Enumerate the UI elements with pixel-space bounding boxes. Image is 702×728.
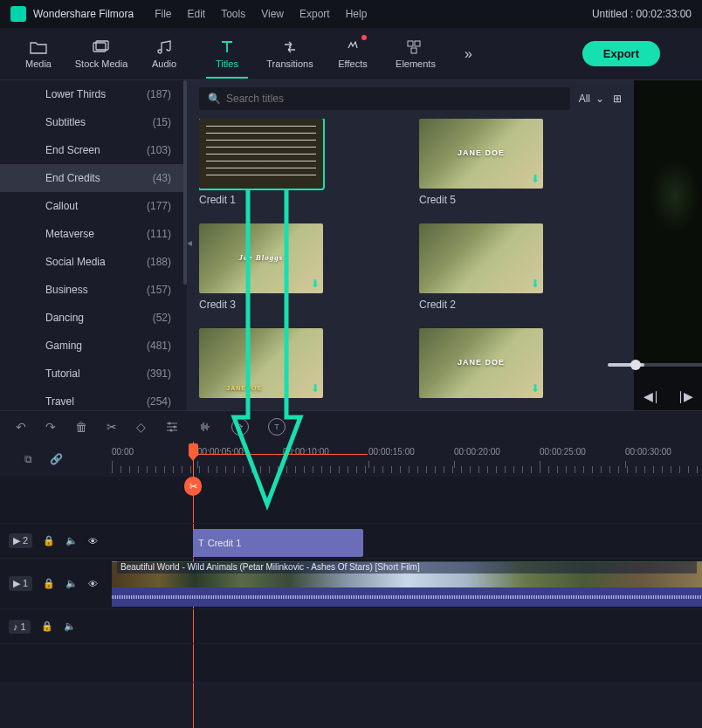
timeline-ruler-row: ⧉ 🔗 00:00 00:00:05:00 00:00:10:00 00:00:… (0, 442, 702, 477)
sidebar-item-dancing[interactable]: Dancing(52) (0, 304, 187, 332)
svg-point-6 (174, 425, 176, 428)
visibility-icon[interactable]: 👁 (88, 536, 98, 546)
video-clip[interactable]: Beautiful World - Wild Animals (Petar Mi… (112, 561, 702, 587)
more-tabs-button[interactable]: » (465, 46, 472, 62)
timeline-ruler[interactable]: 00:00 00:00:05:00 00:00:10:00 00:00:15:0… (112, 442, 702, 477)
sidebar-item-gaming[interactable]: Gaming(481) (0, 332, 187, 360)
tab-effects[interactable]: Effects (321, 30, 384, 79)
svg-point-7 (170, 429, 173, 431)
sidebar-item-business[interactable]: Business(157) (0, 276, 187, 304)
app-logo (10, 6, 26, 22)
thumb-image: Joe Bloggs⬇ (199, 223, 323, 293)
sidebar-item-subtitles[interactable]: Subtitles(15) (0, 108, 187, 136)
copy-button[interactable]: ⧉ (24, 453, 32, 465)
timeline-tracks: ▶ 2 🔒 🔈 👁 TCredit 1 ▶ 1 🔒 🔈 👁 Beautiful … (0, 477, 702, 683)
download-icon[interactable]: ⬇ (531, 278, 540, 290)
download-icon[interactable]: ⬇ (311, 278, 320, 290)
sidebar-item-callout[interactable]: Callout(177) (0, 192, 187, 220)
track-type-badge: ▶ 1 (9, 576, 32, 591)
ruler-ticks (112, 466, 702, 473)
link-button[interactable]: 🔗 (50, 453, 63, 465)
mute-icon[interactable]: 🔈 (65, 578, 78, 589)
tab-transitions[interactable]: Transitions (258, 30, 321, 79)
sidebar-item-metaverse[interactable]: Metaverse(111) (0, 220, 187, 248)
search-icon: 🔍 (208, 93, 221, 105)
thumb-credit-3[interactable]: Joe Bloggs⬇Credit 3 (199, 223, 402, 311)
audio-waveform[interactable] (112, 587, 702, 607)
marker-button[interactable]: T (268, 418, 286, 436)
volume-slider[interactable] (608, 363, 702, 367)
thumb-image (199, 119, 323, 189)
svg-rect-4 (411, 48, 416, 53)
track-video: ▶ 1 🔒 🔈 👁 Beautiful World - Wild Animals… (0, 559, 702, 609)
lock-icon[interactable]: 🔒 (41, 621, 53, 632)
grid-view-toggle[interactable]: ⊞ (613, 93, 622, 105)
titlebar: Wondershare Filmora File Edit Tools View… (0, 0, 702, 28)
svg-rect-3 (415, 41, 420, 46)
menu-export[interactable]: Export (299, 8, 330, 20)
tab-titles[interactable]: Titles (196, 30, 258, 79)
search-input[interactable] (226, 93, 561, 105)
menu-view[interactable]: View (261, 8, 284, 20)
menu-help[interactable]: Help (346, 8, 368, 20)
volume-slider-knob[interactable] (630, 360, 641, 370)
thumb-image: JANE DOE⬇ (419, 328, 543, 398)
lock-icon[interactable]: 🔒 (43, 578, 55, 589)
clip-credit-1[interactable]: TCredit 1 (193, 529, 363, 557)
mute-icon[interactable]: 🔈 (64, 621, 76, 632)
undo-button[interactable]: ↶ (16, 420, 26, 434)
menu-edit[interactable]: Edit (188, 8, 206, 20)
thumb-credit-4[interactable]: JANE DOE⬇Credit 4 (419, 328, 622, 403)
mute-icon[interactable]: 🔈 (65, 535, 78, 546)
track-type-badge: ♪ 1 (9, 620, 31, 634)
tab-stock-media[interactable]: Stock Media (70, 30, 133, 79)
search-box[interactable]: 🔍 (199, 87, 570, 110)
download-icon[interactable]: ⬇ (311, 382, 320, 395)
content-area: Lower Thirds(187) Subtitles(15) End Scre… (0, 80, 702, 410)
split-button[interactable]: ✂ (107, 420, 117, 434)
thumb-credit-1[interactable]: Credit 1 (199, 119, 402, 206)
sidebar-item-end-credits[interactable]: End Credits(43) (0, 164, 187, 192)
download-icon[interactable]: ⬇ (531, 173, 540, 185)
collapse-sidebar-button[interactable]: ◂ (185, 227, 194, 258)
speed-button[interactable]: ⟳ (231, 418, 249, 436)
menu-tools[interactable]: Tools (221, 8, 245, 20)
playhead-handle[interactable] (189, 443, 198, 456)
video-clip-label: Beautiful World - Wild Animals (Petar Mi… (117, 561, 697, 573)
track-body-video[interactable]: Beautiful World - Wild Animals (Petar Mi… (112, 559, 702, 608)
track-body-audio[interactable] (112, 609, 702, 643)
ruler-tick: 00:00:15:00 (368, 447, 415, 457)
redo-button[interactable]: ↷ (45, 420, 56, 434)
menu-file[interactable]: File (155, 8, 171, 20)
track-body-title[interactable]: TCredit 1 (112, 524, 702, 558)
ruler-tick: 00:00:25:00 (540, 447, 586, 457)
download-icon[interactable]: ⬇ (531, 382, 540, 395)
thumb-credit-5[interactable]: JANE DOE⬇Credit 5 (419, 119, 622, 206)
audio-wave-button[interactable] (198, 421, 212, 433)
project-title: Untitled : 00:02:33:00 (592, 8, 692, 20)
sidebar-item-social-media[interactable]: Social Media(188) (0, 248, 187, 276)
sidebar-item-tutorial[interactable]: Tutorial(391) (0, 360, 187, 388)
crop-button[interactable]: ◇ (136, 420, 146, 434)
sidebar-item-lower-thirds[interactable]: Lower Thirds(187) (0, 80, 187, 108)
track-head-video: ▶ 1 🔒 🔈 👁 (0, 576, 112, 591)
next-frame-button[interactable]: ∣▶ (678, 389, 693, 403)
thumbnail-grid: Credit 1 JANE DOE⬇Credit 5 Joe Bloggs⬇Cr… (199, 119, 622, 403)
visibility-icon[interactable]: 👁 (88, 579, 98, 589)
tab-elements[interactable]: Elements (384, 30, 447, 79)
thumb-credit-2[interactable]: ⬇Credit 2 (419, 223, 622, 311)
chevron-down-icon: ⌄ (595, 93, 604, 105)
adjust-button[interactable] (165, 421, 179, 433)
delete-button[interactable]: 🗑 (75, 420, 87, 434)
sidebar-item-travel[interactable]: Travel(254) (0, 388, 187, 410)
sidebar-item-end-screen[interactable]: End Screen(103) (0, 136, 187, 164)
thumb-credit-6[interactable]: JANEDOE⬇Credit 6 (199, 328, 402, 403)
lock-icon[interactable]: 🔒 (43, 535, 55, 546)
tab-media[interactable]: Media (7, 30, 70, 79)
export-button[interactable]: Export (582, 41, 660, 66)
ruler-tick: 00:00:05:00 (197, 447, 244, 457)
prev-frame-button[interactable]: ◀∣ (644, 389, 659, 403)
titles-icon (218, 39, 236, 55)
filter-dropdown[interactable]: All⌄ (579, 93, 604, 105)
tab-audio[interactable]: Audio (133, 30, 196, 79)
